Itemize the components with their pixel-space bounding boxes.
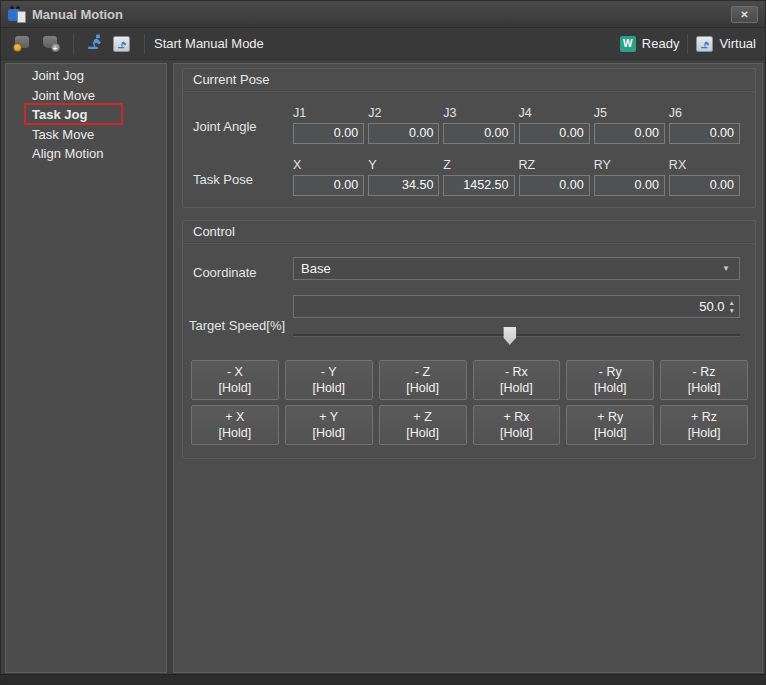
- toolbar-separator: [144, 34, 145, 54]
- jog-plus-rz-button[interactable]: + Rz[Hold]: [660, 405, 748, 445]
- tool-add-icon: +: [42, 36, 59, 51]
- target-speed-spinner: ▲ ▼: [293, 295, 740, 318]
- spinner-down-icon[interactable]: ▼: [729, 307, 735, 315]
- field-z: 1452.50: [443, 175, 514, 196]
- jog-minus-rx-button[interactable]: - Rx[Hold]: [473, 360, 561, 400]
- robot-window-button[interactable]: [109, 32, 133, 56]
- jog-plus-z-button[interactable]: + Z[Hold]: [379, 405, 467, 445]
- sidebar-item-task-move[interactable]: Task Move: [6, 125, 166, 145]
- field-j2: 0.00: [368, 123, 439, 144]
- speed-slider-thumb[interactable]: [503, 327, 516, 345]
- j4-label: J4: [519, 106, 590, 121]
- target-speed-input[interactable]: [294, 299, 729, 314]
- jog-button-grid: - X[Hold] - Y[Hold] - Z[Hold] - Rx[Hold]…: [191, 360, 748, 445]
- ready-status-label: Ready: [642, 36, 680, 51]
- tool-yellow-badge-button[interactable]: [10, 32, 34, 56]
- toolbar: + Start Manual Mode W Ready: [1, 28, 765, 60]
- j1-label: J1: [293, 106, 364, 121]
- y-label: Y: [368, 158, 439, 173]
- spinner-arrows: ▲ ▼: [729, 299, 739, 315]
- rx-label: RX: [669, 158, 740, 173]
- tool-yellow-badge-icon: [14, 36, 31, 51]
- sidebar-item-align-motion[interactable]: Align Motion: [6, 144, 166, 164]
- jog-plus-x-button[interactable]: + X[Hold]: [191, 405, 279, 445]
- sidebar-item-joint-jog[interactable]: Joint Jog: [6, 66, 166, 86]
- virtual-robot-icon: [696, 36, 713, 52]
- sidebar-item-task-jog[interactable]: Task Jog: [6, 105, 166, 125]
- jog-plus-ry-button[interactable]: + Ry[Hold]: [566, 405, 654, 445]
- jog-plus-rx-button[interactable]: + Rx[Hold]: [473, 405, 561, 445]
- spinner-up-icon[interactable]: ▲: [729, 299, 735, 307]
- jog-minus-x-button[interactable]: - X[Hold]: [191, 360, 279, 400]
- field-j1: 0.00: [293, 123, 364, 144]
- joint-angle-row: J1 0.00 J2 0.00 J3 0.00 J4 0.00: [293, 106, 740, 144]
- field-j4: 0.00: [519, 123, 590, 144]
- j6-label: J6: [669, 106, 740, 121]
- app-icon: [8, 5, 26, 23]
- start-manual-mode-label: Start Manual Mode: [154, 36, 264, 51]
- sidebar-list: Joint Jog Joint Move Task Jog Task Move …: [6, 64, 166, 164]
- joint-angle-label: Joint Angle: [193, 119, 257, 134]
- window-title: Manual Motion: [32, 7, 123, 22]
- jog-minus-z-button[interactable]: - Z[Hold]: [379, 360, 467, 400]
- z-label: Z: [443, 158, 514, 173]
- task-pose-label: Task Pose: [193, 172, 253, 187]
- robot-arm-button[interactable]: [81, 32, 105, 56]
- title-bar: Manual Motion ✕: [1, 1, 765, 28]
- control-group: Control Coordinate Base ▼ Target Speed[%…: [182, 220, 756, 459]
- jog-minus-y-button[interactable]: - Y[Hold]: [285, 360, 373, 400]
- jog-minus-rz-button[interactable]: - Rz[Hold]: [660, 360, 748, 400]
- field-j5: 0.00: [594, 123, 665, 144]
- control-title: Control: [183, 221, 755, 243]
- toolbar-separator: [73, 34, 74, 54]
- field-y: 34.50: [368, 175, 439, 196]
- manual-motion-window: Manual Motion ✕ +: [0, 0, 766, 685]
- field-ry: 0.00: [594, 175, 665, 196]
- toolbar-status: W Ready Virtual: [620, 34, 756, 54]
- coordinate-dropdown[interactable]: Base ▼: [293, 257, 740, 280]
- j2-label: J2: [368, 106, 439, 121]
- tool-add-button[interactable]: +: [38, 32, 62, 56]
- robot-arm-icon: [85, 33, 102, 54]
- close-button[interactable]: ✕: [731, 6, 758, 23]
- target-speed-label: Target Speed[%]: [189, 318, 285, 333]
- field-j3: 0.00: [443, 123, 514, 144]
- ry-label: RY: [594, 158, 665, 173]
- coordinate-value: Base: [294, 261, 722, 276]
- target-speed-slider[interactable]: [293, 325, 740, 347]
- navigation-sidebar: Joint Jog Joint Move Task Jog Task Move …: [5, 63, 167, 673]
- slider-track: [293, 334, 740, 337]
- field-rx: 0.00: [669, 175, 740, 196]
- current-pose-title: Current Pose: [183, 69, 755, 91]
- x-label: X: [293, 158, 364, 173]
- virtual-status-label: Virtual: [719, 36, 756, 51]
- selection-highlight-box: [24, 103, 123, 125]
- bottom-strip: [1, 674, 765, 684]
- j5-label: J5: [594, 106, 665, 121]
- chevron-down-icon: ▼: [722, 264, 739, 273]
- task-pose-row: X 0.00 Y 34.50 Z 1452.50 RZ 0.00: [293, 158, 740, 196]
- rz-label: RZ: [519, 158, 590, 173]
- field-j6: 0.00: [669, 123, 740, 144]
- coordinate-label: Coordinate: [193, 265, 257, 280]
- jog-plus-y-button[interactable]: + Y[Hold]: [285, 405, 373, 445]
- ready-w-badge: W: [620, 36, 636, 52]
- field-x: 0.00: [293, 175, 364, 196]
- current-pose-group: Current Pose Joint Angle J1 0.00 J2 0.00…: [182, 68, 756, 208]
- main-panel: Current Pose Joint Angle J1 0.00 J2 0.00…: [173, 63, 763, 673]
- robot-window-icon: [113, 36, 130, 52]
- field-rz: 0.00: [519, 175, 590, 196]
- j3-label: J3: [443, 106, 514, 121]
- status-separator: [687, 34, 688, 54]
- jog-minus-ry-button[interactable]: - Ry[Hold]: [566, 360, 654, 400]
